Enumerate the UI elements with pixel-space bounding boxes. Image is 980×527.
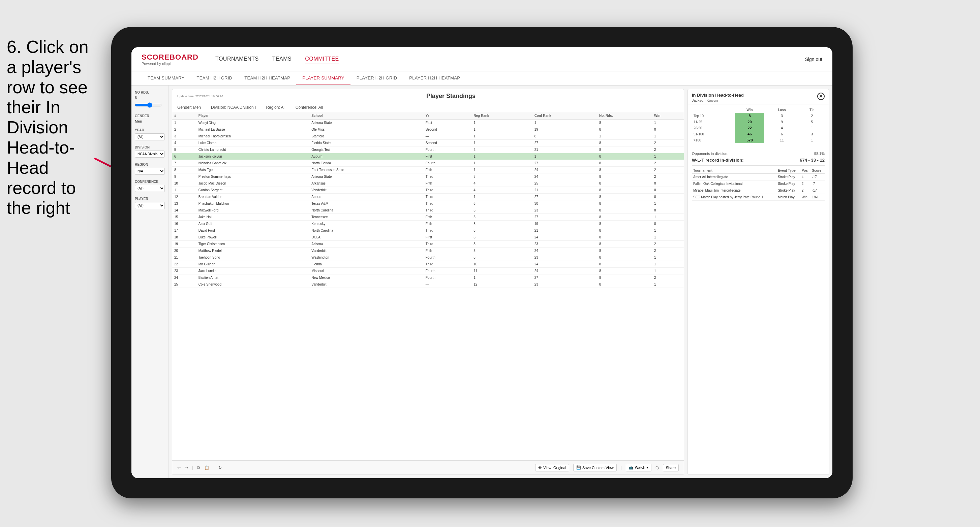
toolbar-share-icon[interactable]: ⬡ <box>655 465 659 470</box>
cell-year: — <box>423 133 471 140</box>
cell-reg: 3 <box>471 234 532 241</box>
cell-rds: 8 <box>597 167 652 173</box>
table-row[interactable]: 14 Maxwell Ford North Carolina Third 6 2… <box>172 207 684 214</box>
h2h-tie: 5 <box>799 119 825 125</box>
sign-out-link[interactable]: Sign out <box>805 57 822 62</box>
view-original-btn[interactable]: 👁 View: Original <box>535 464 569 471</box>
filter-region: Region: All <box>266 105 285 110</box>
table-row[interactable]: 22 Ian Gilligan Florida Third 10 24 8 1 <box>172 261 684 268</box>
save-custom-btn[interactable]: 💾 Save Custom View <box>573 464 617 471</box>
watch-btn[interactable]: 📺 Watch ▾ <box>626 464 651 471</box>
table-row[interactable]: 8 Mats Ege East Tennessee State Fifth 1 … <box>172 167 684 173</box>
sub-nav-team-h2h-grid[interactable]: TEAM H2H GRID <box>191 71 239 85</box>
nav-item-tournaments[interactable]: TOURNAMENTS <box>215 54 259 64</box>
logo-subtitle: Powered by clippi <box>142 62 199 66</box>
cell-conf: 24 <box>533 234 597 241</box>
table-row[interactable]: 19 Tiger Christensen Arizona Third 8 23 … <box>172 241 684 248</box>
table-row[interactable]: 2 Michael La Sasse Ole Miss Second 1 19 … <box>172 126 684 133</box>
cell-reg: 1 <box>471 167 532 173</box>
table-row[interactable]: 21 Taehoon Song Washington Fourth 6 23 8… <box>172 254 684 261</box>
col-reg-rank: Reg Rank <box>471 112 532 119</box>
toolbar-paste-icon[interactable]: 📋 <box>204 465 209 470</box>
sidebar-region: Region N/A <box>135 163 165 175</box>
cell-rds: 8 <box>597 261 652 268</box>
cell-num: 15 <box>172 214 196 221</box>
table-row[interactable]: 5 Christo Lamprecht Georgia Tech Fourth … <box>172 146 684 153</box>
sub-nav-player-summary[interactable]: PLAYER SUMMARY <box>296 71 350 85</box>
h2h-player-name: Jackson Koivun <box>692 98 744 102</box>
h2h-table: Win Loss Tie Top 10 8 3 2 11-25 20 9 5 2… <box>692 107 825 143</box>
col-num: # <box>172 112 196 119</box>
cell-reg: 4 <box>471 180 532 187</box>
toolbar-refresh-icon[interactable]: ↻ <box>218 465 222 470</box>
table-row[interactable]: 11 Gordon Sargent Vanderbilt Third 4 21 … <box>172 187 684 194</box>
table-header-row: # Player School Yr Reg Rank Conf Rank No… <box>172 112 684 119</box>
cell-reg: 12 <box>471 281 532 288</box>
cell-year: Fourth <box>423 146 471 153</box>
toolbar-redo-icon[interactable]: ↪ <box>185 465 188 470</box>
close-button[interactable]: ✕ <box>817 93 825 100</box>
h2h-range: 26-50 <box>692 125 735 131</box>
cell-school: Washington <box>309 254 423 261</box>
cell-year: Fourth <box>423 268 471 275</box>
table-row[interactable]: 18 Luke Powell UCLA First 3 24 8 1 <box>172 234 684 241</box>
table-row[interactable]: 20 Matthew Riedel Vanderbilt Fifth 3 24 … <box>172 248 684 254</box>
cell-player: Jack Lundin <box>196 268 310 275</box>
cell-num: 10 <box>172 180 196 187</box>
h2h-table-section: Win Loss Tie Top 10 8 3 2 11-25 20 9 5 2… <box>688 105 829 146</box>
table-row[interactable]: 3 Michael Thorbjornsen Stanford — 1 8 1 … <box>172 133 684 140</box>
sub-nav-team-h2h-heatmap[interactable]: TEAM H2H HEATMAP <box>238 71 296 85</box>
table-row[interactable]: 6 Jackson Koivun Auburn First 1 1 8 1 <box>172 153 684 160</box>
cell-conf: 1 <box>533 153 597 160</box>
table-row[interactable]: 23 Jack Lundin Missouri Fourth 11 24 8 1 <box>172 268 684 275</box>
table-row[interactable]: 10 Jacob Mac Dieson Arkansas Fifth 4 25 … <box>172 180 684 187</box>
cell-year: First <box>423 234 471 241</box>
cell-win: 2 <box>652 167 684 173</box>
table-row[interactable]: 24 Bastien Amat New Mexico Fourth 1 27 8… <box>172 275 684 281</box>
table-row[interactable]: 15 Jake Hall Tennessee Fifth 5 27 8 1 <box>172 214 684 221</box>
cell-conf: 24 <box>533 261 597 268</box>
col-win: Win <box>652 112 684 119</box>
table-row[interactable]: 25 Cole Sherwood Vanderbilt — 12 23 8 1 <box>172 281 684 288</box>
h2h-col-win: Win <box>735 107 765 113</box>
table-row[interactable]: 4 Luke Claton Florida State Second 1 27 … <box>172 140 684 146</box>
tournament-header-row: Tournament Event Type Pos Score <box>692 168 825 174</box>
t-pos: Win <box>800 194 811 201</box>
no-rds-slider[interactable] <box>135 102 162 108</box>
sub-nav-player-h2h-grid[interactable]: PLAYER H2H GRID <box>350 71 403 85</box>
cell-conf: 24 <box>533 248 597 254</box>
t-name: Mirabel Maui Jim Intercollegiate <box>692 187 776 194</box>
cell-num: 7 <box>172 160 196 167</box>
cell-win: 2 <box>652 140 684 146</box>
table-row[interactable]: 9 Preston Summerhays Arizona State Third… <box>172 173 684 180</box>
table-row[interactable]: 1 Wenyi Ding Arizona State First 1 1 8 1 <box>172 119 684 126</box>
cell-year: Third <box>423 194 471 200</box>
view-icon: 👁 <box>538 466 542 470</box>
year-select[interactable]: (All) <box>135 133 165 140</box>
table-row[interactable]: 17 David Ford North Carolina Third 6 21 … <box>172 227 684 234</box>
h2h-tie: 1 <box>799 137 825 143</box>
cell-conf: 21 <box>533 146 597 153</box>
table-row[interactable]: 7 Nicholas Gabrelcik North Florida Fourt… <box>172 160 684 167</box>
cell-conf: 8 <box>533 133 597 140</box>
table-row[interactable]: 16 Alex Goff Kentucky Fifth 8 19 8 0 <box>172 221 684 227</box>
cell-conf: 24 <box>533 167 597 173</box>
share-btn[interactable]: Share <box>663 464 679 471</box>
tablet-frame: SCOREBOARD Powered by clippi TOURNAMENTS… <box>111 27 853 498</box>
sub-nav-player-h2h-heatmap[interactable]: PLAYER H2H HEATMAP <box>403 71 466 85</box>
sub-nav-team-summary[interactable]: TEAM SUMMARY <box>142 71 191 85</box>
table-row[interactable]: 13 Phachakun Malchon Texas A&M Third 6 3… <box>172 200 684 207</box>
conference-select[interactable]: (All) <box>135 185 165 192</box>
table-row[interactable]: 12 Brendan Valdes Auburn Third 1 27 8 0 <box>172 194 684 200</box>
cell-conf: 19 <box>533 221 597 227</box>
nav-item-teams[interactable]: TEAMS <box>272 54 292 64</box>
toolbar-copy-icon[interactable]: ⧉ <box>197 465 200 470</box>
t-pos: 4 <box>800 174 811 181</box>
division-select[interactable]: NCAA Division I <box>135 151 165 157</box>
cell-school: Tennessee <box>309 214 423 221</box>
player-select[interactable]: (All) <box>135 202 165 209</box>
nav-item-committee[interactable]: COMMITTEE <box>305 54 339 64</box>
cell-win: 2 <box>652 241 684 248</box>
region-select[interactable]: N/A <box>135 168 165 175</box>
toolbar-undo-icon[interactable]: ↩ <box>177 465 181 470</box>
